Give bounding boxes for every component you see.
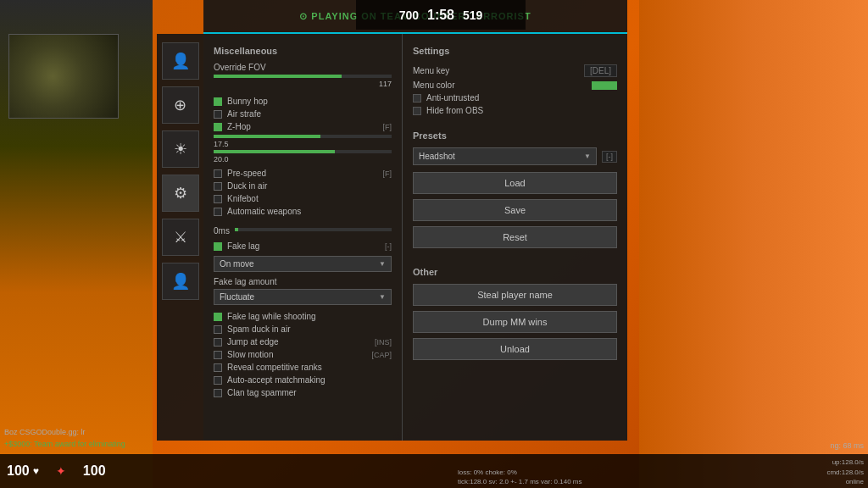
fake-lag-key: [-] [385,242,392,251]
clan-tag-toggle[interactable]: Clan tag spammer [214,386,392,399]
zhop-fill-1 [214,135,320,138]
fake-lag-dropdown-value: On move [220,259,254,269]
dump-mm-wins-button[interactable]: Dump MM wins [413,311,617,333]
fake-lag-checkbox[interactable] [214,242,222,251]
prespeed-toggle[interactable]: Pre-speed [F] [214,167,392,180]
knifebot-checkbox[interactable] [214,195,222,203]
reveal-ranks-toggle[interactable]: Reveal competitive ranks [214,361,392,374]
bottom-hud: 100 ♥ ✦ 100 [0,454,868,488]
spam-duck-toggle[interactable]: Spam duck in air [214,323,392,336]
oms-fill [235,228,238,231]
anti-untrusted-checkbox[interactable] [413,94,421,103]
game-left-area [0,0,153,488]
reset-button[interactable]: Reset [413,226,617,248]
menu-color-row: Menu color [413,79,617,92]
jump-edge-checkbox[interactable] [214,338,222,347]
zhop-slider-2[interactable] [214,150,392,153]
armor-value: 100 [83,463,106,479]
kill-feed-text: Boz CSGODouble.gg: lr +$3000: Team award… [4,427,125,450]
oms-label: 0ms [214,226,230,236]
jump-edge-key: [INS] [375,338,392,347]
fake-lag-shooting-checkbox[interactable] [214,313,222,321]
preset-arrow: ▼ [584,152,591,160]
fake-lag-amount-dropdown[interactable]: Fluctuate ▼ [214,289,392,305]
spam-duck-checkbox[interactable] [214,325,222,334]
ct-score: 700 [399,8,419,22]
health-value: 100 [7,463,30,479]
hide-obs-row[interactable]: Hide from OBS [413,104,617,117]
clan-tag-label: Clan tag spammer [227,388,297,397]
unload-button[interactable]: Unload [413,338,617,360]
presets-section: Presets Headshot ▼ [-] Load Save Reset [413,130,617,253]
server-text: up:128.0/scmd:128.0/sonline [826,458,864,486]
slow-motion-toggle[interactable]: Slow motion [CAP] [214,348,392,361]
steal-player-name-button[interactable]: Steal player name [413,284,617,306]
spam-duck-label: Spam duck in air [227,324,290,334]
auto-accept-checkbox[interactable] [214,376,222,385]
air-strafe-label: Air strafe [227,109,261,119]
sidebar-icon-player[interactable]: 👤 [162,263,199,300]
knifebot-label: Knifebot [227,194,259,203]
fake-lag-dropdown-arrow: ▼ [379,260,386,268]
jump-edge-toggle[interactable]: Jump at edge [INS] [214,336,392,348]
bunny-hop-checkbox[interactable] [214,97,222,106]
health-icon: ♥ [33,465,39,477]
clan-tag-checkbox[interactable] [214,389,222,397]
bunny-hop-toggle[interactable]: Bunny hop [214,95,392,108]
fov-slider-fill [214,75,342,78]
zhop-slider-1[interactable] [214,135,392,138]
auto-weapons-checkbox[interactable] [214,208,222,216]
sidebar: 👤 ⊕ ☀ ⚙ ⚔ 👤 [157,34,203,441]
air-strafe-checkbox[interactable] [214,110,222,119]
reveal-ranks-label: Reveal competitive ranks [227,363,322,372]
fake-lag-shooting-label: Fake lag while shooting [227,312,316,321]
menu-color-label: Menu color [413,80,454,90]
fov-value: 117 [214,80,392,88]
sidebar-icon-knife[interactable]: ⚔ [162,219,199,256]
other-section: Other Steal player name Dump MM wins Unl… [413,267,617,365]
t-score: 519 [463,8,482,22]
auto-accept-toggle[interactable]: Auto-accept matchmaking [214,374,392,386]
anti-untrusted-label: Anti-untrusted [426,93,479,103]
oms-slider[interactable] [235,228,392,231]
fake-lag-toggle[interactable]: Fake lag [214,240,385,252]
menu-color-swatch[interactable] [592,81,617,90]
slow-motion-checkbox[interactable] [214,351,222,359]
stats-text: loss: 0% choke: 0%tick:128.0 sv: 2.0 +- … [458,468,582,486]
zhop-toggle[interactable]: Z-Hop [F] [214,120,392,133]
zhop-checkbox[interactable] [214,123,222,131]
auto-weapons-toggle[interactable]: Automatic weapons [214,205,392,218]
kill-line-1: Boz CSGODouble.gg: lr [4,428,86,436]
menu-key-label: Menu key [413,66,449,75]
reveal-ranks-checkbox[interactable] [214,363,222,372]
server-info: up:128.0/scmd:128.0/sonline [826,458,864,486]
sidebar-icon-gear[interactable]: ⚙ [162,175,199,212]
fov-section: Override FOV 117 [214,63,392,88]
game-timer: 1:58 [427,8,454,23]
sidebar-icon-face[interactable]: 👤 [162,42,199,80]
fake-lag-amount-arrow: ▼ [379,293,386,301]
sidebar-icon-crosshair[interactable]: ⊕ [162,86,199,124]
duck-in-air-toggle[interactable]: Duck in air [214,180,392,192]
fov-slider-track[interactable] [214,75,392,78]
preset-dropdown[interactable]: Headshot ▼ [413,147,597,165]
load-button[interactable]: Load [413,172,617,194]
slow-motion-label: Slow motion [227,350,273,359]
duck-in-air-checkbox[interactable] [214,182,222,191]
settings-section: Settings Menu key [DEL] Menu color Anti-… [413,46,617,117]
sidebar-icon-brightness[interactable]: ☀ [162,130,199,168]
score-area: 700 1:58 519 [356,0,526,30]
zhop-val-2: 20.0 [214,155,392,164]
kill-feed: Boz CSGODouble.gg: lr +$3000: Team award… [4,427,125,450]
fake-lag-dropdown[interactable]: On move ▼ [214,256,392,272]
anti-untrusted-row[interactable]: Anti-untrusted [413,92,617,104]
preset-selected: Headshot [419,152,455,161]
fake-lag-shooting-toggle[interactable]: Fake lag while shooting [214,310,392,323]
main-panel: Miscellaneous Override FOV 117 Bunny hop… [203,34,627,441]
knifebot-toggle[interactable]: Knifebot [214,192,392,205]
zhop-val-1: 17.5 [214,140,392,148]
save-button[interactable]: Save [413,199,617,221]
air-strafe-toggle[interactable]: Air strafe [214,108,392,120]
prespeed-checkbox[interactable] [214,169,222,178]
hide-obs-checkbox[interactable] [413,107,421,115]
